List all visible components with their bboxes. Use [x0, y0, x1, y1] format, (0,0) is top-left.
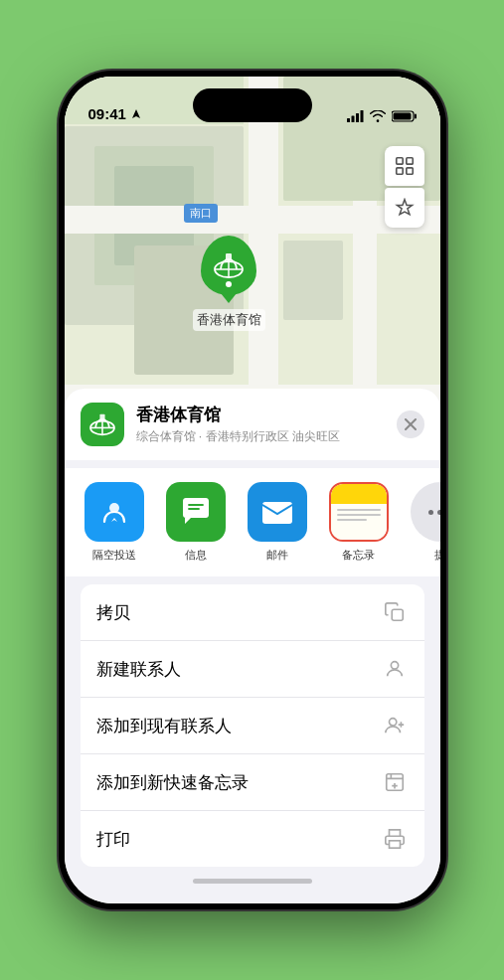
battery-icon — [392, 110, 417, 122]
print-icon — [381, 825, 409, 853]
svg-rect-2 — [356, 113, 359, 122]
action-quick-note-label: 添加到新快速备忘录 — [96, 771, 249, 794]
copy-icon — [381, 598, 409, 626]
airdrop-icon — [84, 482, 144, 542]
share-mail[interactable]: 邮件 — [242, 482, 313, 563]
more-icon — [411, 482, 440, 542]
location-info: 香港体育馆 综合体育馆 · 香港特别行政区 油尖旺区 — [136, 404, 385, 445]
svg-rect-0 — [347, 118, 350, 122]
message-label: 信息 — [185, 548, 207, 563]
action-new-contact[interactable]: 新建联系人 — [81, 641, 424, 698]
svg-rect-36 — [99, 414, 104, 420]
location-subtitle: 综合体育馆 · 香港特别行政区 油尖旺区 — [136, 428, 385, 445]
venue-label: 香港体育馆 — [193, 309, 265, 331]
location-card: 香港体育馆 综合体育馆 · 香港特别行政区 油尖旺区 — [65, 389, 440, 460]
svg-point-45 — [389, 719, 396, 726]
status-time: 09:41 — [88, 105, 126, 122]
phone-screen: 09:41 — [65, 77, 440, 903]
status-icons — [347, 110, 417, 122]
venue-marker: 香港体育馆 — [193, 236, 265, 331]
signal-icon — [347, 110, 364, 122]
share-airdrop[interactable]: 隔空投送 — [79, 482, 150, 563]
action-new-contact-label: 新建联系人 — [96, 658, 181, 681]
stadium-icon — [213, 251, 245, 279]
message-icon — [166, 482, 226, 542]
action-print[interactable]: 打印 — [81, 811, 424, 867]
notes-icon-wrapper — [329, 482, 389, 542]
note-add-icon — [381, 768, 409, 796]
action-add-existing-label: 添加到现有联系人 — [96, 715, 232, 737]
notes-label: 备忘录 — [342, 548, 375, 563]
map-layer-button[interactable] — [385, 146, 424, 186]
svg-rect-43 — [392, 609, 403, 620]
svg-rect-3 — [360, 110, 363, 122]
svg-rect-25 — [396, 158, 402, 164]
share-more[interactable]: 提 — [405, 482, 440, 563]
svg-rect-1 — [351, 116, 354, 123]
close-button[interactable] — [397, 410, 424, 438]
action-list: 拷贝 新建联系人 — [81, 584, 424, 867]
bottom-sheet: 香港体育馆 综合体育馆 · 香港特别行政区 油尖旺区 — [65, 389, 440, 903]
wifi-icon — [370, 110, 386, 122]
home-indicator — [65, 867, 440, 884]
svg-point-44 — [391, 662, 398, 669]
airdrop-label: 隔空投送 — [92, 548, 136, 563]
phone-frame: 09:41 — [59, 71, 446, 909]
share-message[interactable]: 信息 — [160, 482, 232, 563]
svg-rect-53 — [389, 841, 400, 848]
share-row: 隔空投送 信息 — [65, 468, 440, 576]
action-add-existing[interactable]: 添加到现有联系人 — [81, 698, 424, 754]
action-copy[interactable]: 拷贝 — [81, 584, 424, 641]
dynamic-island — [193, 88, 312, 122]
road-label: 南口 — [184, 204, 218, 223]
venue-icon — [81, 403, 124, 446]
map-controls[interactable] — [385, 146, 424, 228]
notes-icon — [331, 484, 387, 540]
share-notes[interactable]: 备忘录 — [323, 482, 395, 563]
mail-icon — [248, 482, 307, 542]
svg-rect-26 — [406, 158, 412, 164]
svg-rect-16 — [283, 241, 343, 320]
person-add-icon — [381, 712, 409, 739]
location-arrow-icon — [130, 108, 142, 120]
close-icon — [405, 418, 417, 430]
svg-rect-32 — [226, 253, 232, 260]
location-name: 香港体育馆 — [136, 404, 385, 426]
svg-rect-28 — [406, 168, 412, 174]
location-button[interactable] — [385, 188, 424, 228]
svg-rect-5 — [415, 114, 417, 119]
more-label: 提 — [434, 548, 440, 563]
action-copy-label: 拷贝 — [96, 601, 130, 624]
svg-rect-27 — [396, 168, 402, 174]
action-print-label: 打印 — [96, 828, 130, 851]
svg-rect-6 — [393, 113, 411, 120]
person-icon — [381, 655, 409, 683]
marker-dot — [226, 281, 232, 287]
mail-label: 邮件 — [266, 548, 288, 563]
marker-pin — [201, 236, 256, 295]
action-quick-note[interactable]: 添加到新快速备忘录 — [81, 754, 424, 811]
